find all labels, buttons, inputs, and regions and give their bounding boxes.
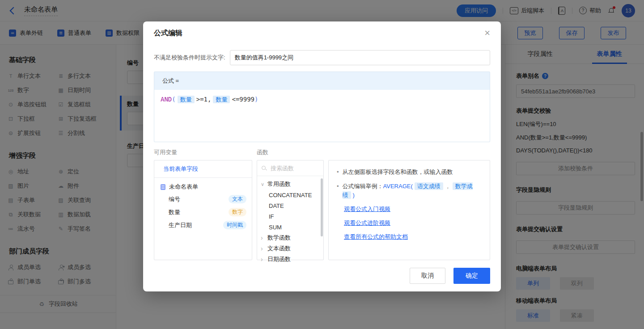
function-row[interactable]: DATE [257, 200, 323, 211]
function-row[interactable]: SUM [257, 222, 323, 232]
example-chip: 语文成绩 [415, 182, 443, 190]
function-row[interactable]: 文本函数 [257, 243, 323, 254]
close-icon[interactable] [484, 28, 490, 38]
variables-panel: 当前表单字段 未命名表单 编号 文本 数量 数字 [154, 160, 252, 260]
bullet: • [337, 168, 339, 177]
chevron-icon [261, 245, 265, 252]
function-list-scrollbar[interactable] [321, 178, 323, 236]
formula-editor-body[interactable]: AND(数量>=1,数量<=9999) [154, 90, 490, 110]
prompt-label: 不满足校验条件时提示文字: [154, 54, 225, 62]
field-type-tag: 时间戳 [223, 221, 246, 229]
cancel-button[interactable]: 取消 [410, 268, 445, 284]
confirm-button[interactable]: 确定 [453, 268, 490, 284]
tree-fields: 编号 文本 数量 数字 生产日期 时间戳 [154, 193, 252, 232]
help-panel: • 从左侧面板选择字段名和函数，或输入函数 • 公式编辑举例：AVERAGE(语… [328, 160, 490, 260]
function-row[interactable]: CONCATENATE [257, 190, 323, 200]
formula-editor: 公式 = AND(数量>=1,数量<=9999) [154, 72, 490, 142]
function-search [257, 160, 323, 176]
bullet: • [337, 182, 339, 200]
functions-panel: 常用函数 CONCATENATE DATE [257, 160, 324, 260]
tree-root-form[interactable]: 未命名表单 [154, 178, 252, 193]
search-icon [261, 165, 267, 171]
help-link[interactable]: 查看所有公式的帮助文档 [344, 233, 482, 241]
prompt-row: 不满足校验条件时提示文字: [154, 50, 490, 65]
chevron-icon [261, 234, 265, 241]
function-search-input[interactable] [270, 164, 316, 172]
app-screen: 未命名表单 应用访问 后端脚本 帮助 13 [0, 0, 644, 329]
field-chip-quantity: 数量 [178, 96, 195, 103]
form-doc-icon [161, 184, 165, 190]
function-row[interactable]: IF [257, 211, 323, 222]
chevron-icon [261, 256, 265, 263]
field-type-tag: 文本 [229, 195, 246, 203]
modal-header: 公式编辑 [154, 21, 490, 45]
formula-edit-modal: 公式编辑 不满足校验条件时提示文字: 公式 = AND(数量>=1,数量<=99… [143, 21, 501, 291]
function-row[interactable]: 数学函数 [257, 232, 323, 243]
chevron-icon [261, 181, 265, 187]
tree-field-row[interactable]: 生产日期 时间戳 [154, 219, 252, 232]
vars-label: 可用变量 [154, 148, 257, 156]
field-chip-quantity: 数量 [213, 96, 230, 103]
current-form-fields-tab[interactable]: 当前表单字段 [154, 160, 252, 178]
tree-field-row[interactable]: 数量 数字 [154, 206, 252, 219]
modal-footer: 取消 确定 [154, 268, 490, 284]
help-tip-1: • 从左侧面板选择字段名和函数，或输入函数 [337, 168, 482, 177]
prompt-text-input[interactable] [230, 50, 490, 65]
help-links: 观看公式入门视频 观看公式进阶视频 查看所有公式的帮助文档 [337, 205, 482, 241]
tree-field-row[interactable]: 编号 文本 [154, 193, 252, 206]
function-row[interactable]: 常用函数 [257, 179, 323, 190]
function-list: 常用函数 CONCATENATE DATE [257, 176, 323, 265]
formula-editor-header: 公式 = [154, 72, 490, 90]
funcs-label: 函数 [257, 148, 268, 156]
field-type-tag: 数字 [229, 208, 246, 216]
modal-title: 公式编辑 [154, 29, 182, 38]
function-row[interactable]: 日期函数 [257, 254, 323, 265]
help-link[interactable]: 观看公式入门视频 [344, 205, 482, 213]
help-tip-2: • 公式编辑举例：AVERAGE(语文成绩，数学成绩) [337, 182, 482, 200]
help-link[interactable]: 观看公式进阶视频 [344, 219, 482, 227]
panel-labels: 可用变量 函数 [154, 148, 490, 156]
panels-row: 当前表单字段 未命名表单 编号 文本 数量 数字 [154, 160, 490, 260]
